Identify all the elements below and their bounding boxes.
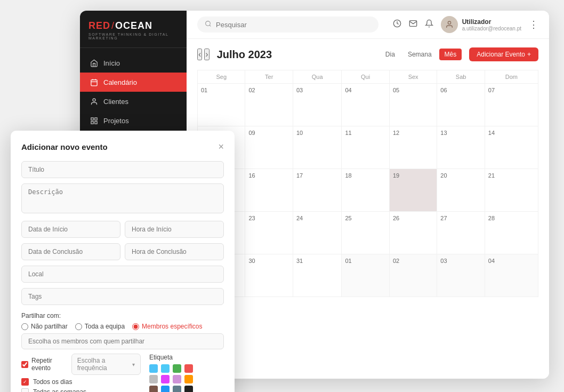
color-swatch[interactable] <box>149 375 158 383</box>
day-number: 04 <box>488 258 495 264</box>
search-bar[interactable] <box>197 17 378 33</box>
end-time-input[interactable] <box>125 243 224 260</box>
calendar-day[interactable]: 06 <box>437 84 485 126</box>
sidebar-item-inicio[interactable]: Início <box>80 53 187 73</box>
tags-input[interactable] <box>21 288 224 305</box>
start-date-input[interactable] <box>21 221 120 238</box>
calendar-day[interactable]: 12 <box>389 126 437 169</box>
description-input[interactable] <box>21 183 224 213</box>
calendar-day[interactable]: 03 <box>293 84 341 126</box>
clock-icon[interactable] <box>393 19 401 30</box>
checked-box-daily[interactable]: ✓ <box>21 378 29 386</box>
view-day-btn[interactable]: Dia <box>380 49 400 60</box>
calendar-grid: Seg Ter Qua Qui Sex Sab Dom 010203040506… <box>197 70 538 297</box>
sidebar-item-label-projetos: Projetos <box>103 117 129 125</box>
svg-line-10 <box>210 25 211 26</box>
sidebar-item-calendario[interactable]: Calendário <box>80 73 187 92</box>
calendar-day[interactable]: 02 <box>245 84 293 126</box>
calendar-day[interactable]: 11 <box>342 126 389 169</box>
color-swatch[interactable] <box>184 386 193 392</box>
search-icon <box>205 20 212 29</box>
calendar-day[interactable]: 01 <box>198 84 245 126</box>
color-swatch[interactable] <box>173 386 181 392</box>
calendar-day[interactable]: 04 <box>342 84 389 126</box>
calendar-day[interactable]: 14 <box>485 126 538 169</box>
day-number: 16 <box>248 172 255 179</box>
repeat-checkbox[interactable] <box>21 361 28 368</box>
start-time-input[interactable] <box>125 221 224 238</box>
calendar-day[interactable]: 04 <box>485 254 538 297</box>
day-number: 01 <box>201 87 207 93</box>
end-date-input[interactable] <box>21 243 120 260</box>
calendar-day[interactable]: 09 <box>245 126 293 169</box>
unchecked-box-weekly[interactable] <box>21 388 29 392</box>
share-all-team-radio[interactable] <box>75 323 82 330</box>
day-number: 03 <box>296 87 303 93</box>
repeat-weekly: Todas as semanas <box>21 388 141 392</box>
share-specific-radio[interactable] <box>132 323 139 330</box>
user-email: a.utilizador@redocean.pt <box>462 26 521 31</box>
modal-close-btn[interactable]: × <box>218 141 224 153</box>
color-swatch[interactable] <box>161 386 170 392</box>
location-input[interactable] <box>21 266 224 283</box>
user-icon <box>90 97 98 106</box>
calendar-prev-btn[interactable]: ‹ <box>197 49 202 60</box>
bell-icon[interactable] <box>425 19 433 30</box>
calendar-next-btn[interactable]: › <box>204 49 209 60</box>
sidebar-item-projetos[interactable]: Projetos <box>80 111 187 130</box>
day-number: 07 <box>488 87 495 93</box>
share-no-share[interactable]: Não partilhar <box>21 323 68 330</box>
calendar-day[interactable]: 30 <box>245 254 293 297</box>
calendar-day[interactable]: 20 <box>437 169 485 212</box>
day-number: 02 <box>393 258 399 264</box>
calendar-day[interactable]: 17 <box>293 169 341 212</box>
calendar-day[interactable]: 05 <box>389 84 437 126</box>
calendar-day[interactable]: 18 <box>342 169 389 212</box>
calendar-day[interactable]: 19 <box>389 169 437 212</box>
view-month-btn[interactable]: Mês <box>439 49 462 60</box>
calendar-day[interactable]: 03 <box>437 254 485 297</box>
members-input[interactable] <box>21 333 224 349</box>
add-event-btn[interactable]: Adicionar Evento + <box>469 47 538 61</box>
color-swatch[interactable] <box>161 375 170 383</box>
calendar-day[interactable]: 28 <box>485 212 538 254</box>
color-swatch[interactable] <box>173 375 181 383</box>
sidebar-item-label-calendario: Calendário <box>103 78 137 86</box>
search-input[interactable] <box>216 21 371 29</box>
more-options-icon[interactable]: ⋮ <box>529 19 538 30</box>
title-input[interactable] <box>21 161 224 178</box>
calendar-day[interactable]: 10 <box>293 126 341 169</box>
share-no-share-radio[interactable] <box>21 323 28 330</box>
calendar-day[interactable]: 23 <box>245 212 293 254</box>
calendar-day[interactable]: 07 <box>485 84 538 126</box>
sidebar-item-label-inicio: Início <box>103 59 120 67</box>
header: Utilizador a.utilizador@redocean.pt ⋮ <box>187 11 549 39</box>
color-swatch[interactable] <box>173 364 181 373</box>
color-swatch[interactable] <box>149 364 158 373</box>
calendar-day[interactable]: 27 <box>437 212 485 254</box>
share-all-team[interactable]: Toda a equipa <box>75 323 125 330</box>
calendar-day[interactable]: 21 <box>485 169 538 212</box>
calendar-day[interactable]: 31 <box>293 254 341 297</box>
mail-icon[interactable] <box>409 19 417 30</box>
calendar-day[interactable]: 13 <box>437 126 485 169</box>
svg-point-12 <box>448 21 450 24</box>
calendar-day[interactable]: 02 <box>389 254 437 297</box>
view-week-btn[interactable]: Semana <box>402 49 437 60</box>
color-swatch[interactable] <box>149 386 158 392</box>
color-swatch[interactable] <box>184 375 193 383</box>
calendar-day[interactable]: 25 <box>342 212 389 254</box>
frequency-select[interactable]: Escolha a frequência ▾ <box>71 354 141 375</box>
color-swatch[interactable] <box>184 364 193 373</box>
freq-placeholder: Escolha a frequência <box>77 357 129 372</box>
calendar-day[interactable]: 26 <box>389 212 437 254</box>
calendar-day[interactable]: 01 <box>342 254 389 297</box>
sidebar-item-clientes[interactable]: Clientes <box>80 92 187 111</box>
user-info[interactable]: Utilizador a.utilizador@redocean.pt <box>441 16 521 33</box>
main-content: Utilizador a.utilizador@redocean.pt ⋮ ‹ … <box>187 11 549 379</box>
calendar-day[interactable]: 16 <box>245 169 293 212</box>
color-swatch[interactable] <box>161 364 170 373</box>
share-specific[interactable]: Membros específicos <box>132 323 202 330</box>
calendar-day[interactable]: 24 <box>293 212 341 254</box>
day-number: 11 <box>345 130 351 136</box>
